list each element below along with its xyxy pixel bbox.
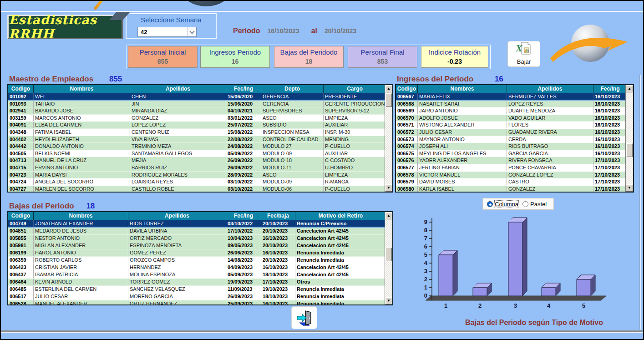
summary-card-value: -0.23: [421, 58, 488, 65]
table-row[interactable]: 004749JONATHAN ALEXANDERRIOS TORREZ03/10…: [8, 220, 392, 228]
cutoff-sphere-decoration: [182, 0, 230, 6]
exit-door-icon: [296, 309, 313, 326]
cell-apellidos: CHEN: [130, 93, 226, 100]
table-row[interactable]: 006528MANUEL ALEXANDERORTIZ HERNANDEZ25/…: [8, 300, 392, 305]
cell-apellidos: GARCIA GARCIA: [507, 150, 593, 157]
cell-fec_ing: 24/08/2022: [226, 143, 261, 150]
cell-fec_baja: 20/10/2023: [261, 242, 295, 249]
bar: [439, 255, 453, 296]
table-row[interactable]: 006576YADER ALEXANDERRIVERA FONSECA17/10…: [396, 157, 633, 164]
table-row[interactable]: 005855NESTOR ANTONIOORTIZ MERCADO10/04/2…: [8, 235, 392, 242]
ingresos-count: 16: [495, 75, 503, 83]
cell-apellidos: LOPEZ LOPEZ: [130, 122, 226, 128]
table-row[interactable]: 001092WEICHEN15/06/2020GERENCIAPRESIDENT…: [8, 93, 392, 101]
table-row[interactable]: 006574JOSEPH ALIRIOS BUITRAGO16/10/2023: [396, 143, 633, 150]
cell-nombres: WISTONG ALEXANDER: [418, 122, 507, 128]
radio-option-columna[interactable]: Columna: [487, 201, 518, 208]
cutoff-swoosh-decoration: [93, 0, 104, 10]
week-selector-label: Seleccione Semana: [127, 16, 216, 24]
table-row[interactable]: 004851MEDARDO DE JESUSDAVILA URBINA17/10…: [8, 228, 392, 235]
cell-fec_baja: 19/10/2023: [261, 286, 295, 293]
table-row[interactable]: 006580KARLA ISABELGONZALEZ17/10/2023: [396, 186, 633, 193]
table-row[interactable]: 004402HEYDI ELIZABETHVIVA RIVAS22/08/202…: [8, 136, 392, 143]
cell-nombres: ANGELA DEL SOCORRO: [34, 178, 130, 185]
cell-fec_ing: 26/06/2023: [226, 249, 261, 256]
radio-option-pastel[interactable]: Pastel: [522, 201, 547, 208]
table-row[interactable]: 004723MARIA DAYSIRODRIGUEZ MORALES28/09/…: [8, 172, 392, 179]
table-row[interactable]: 006579DAVID MOISESCASTRO17/10/2023: [396, 178, 633, 186]
table-row[interactable]: 006464KEVIN ARNOLDTORREZ GOMEZ19/09/2023…: [8, 279, 392, 286]
table-row[interactable]: 006578VICTOR MANUELGONZALEZ LOPEZ17/10/2…: [396, 172, 633, 179]
table-row[interactable]: 006572JULIO CESARGUADAMUZ RIVERA16/10/20…: [396, 129, 633, 136]
cell-fec_baja: 20/10/2023: [261, 220, 295, 227]
cell-apellidos: TORREZ GOMEZ: [128, 279, 226, 285]
table-row[interactable]: 006570ADOLFO JOSUEVADO AGUILAR16/10/2023: [396, 115, 633, 122]
scrollbar-thumb[interactable]: [385, 93, 392, 107]
cell-codigo: 006576: [396, 157, 418, 164]
scroll-down-button[interactable]: ▼: [385, 297, 392, 304]
cell-apellidos: GONZALEZ: [130, 115, 226, 122]
table-row[interactable]: 003159MARCOS ANTONIOGONZALEZ03/01/2022AS…: [8, 115, 392, 122]
cell-nombres: ERVING ANTONIO: [34, 164, 130, 171]
table-row[interactable]: 004713MANUEL DE LA CRUZMEJIA26/09/2022MO…: [8, 157, 392, 164]
column-header: Apellidos: [507, 85, 593, 93]
cell-codigo: 006573: [396, 136, 418, 143]
cell-apellidos: RIOS BUITRAGO: [507, 143, 593, 150]
table-row[interactable]: 006423CRISTIAN JAVIERHERNANDEZ04/09/2023…: [8, 264, 392, 271]
chart-title: Bajas del Periodo según Tipo de Motivo: [426, 319, 643, 327]
table-row[interactable]: 006517JULIO CESARMORENO GARCIA26/09/2023…: [8, 293, 392, 300]
vertical-scrollbar[interactable]: ▲▼: [625, 85, 633, 192]
cell-motivo: Cancelacion Art 42/45: [295, 235, 386, 242]
table-row[interactable]: 005981MIGLAN ALEXANDERESPINOZA MENDIETA0…: [8, 242, 392, 249]
cell-fec_ing: 16/10/2023: [593, 136, 627, 143]
scroll-up-button[interactable]: ▲: [385, 85, 392, 92]
table-row[interactable]: 006567MARIA FELIXBERMUDEZ VALLES16/10/20…: [396, 93, 633, 101]
scroll-up-button[interactable]: ▲: [385, 212, 392, 219]
table-row[interactable]: 006199HAROL ANTONIOGOMEZ PEREZ26/06/2023…: [8, 249, 392, 257]
table-row[interactable]: 004091ELBA DEL CARMENLOPEZ LOPEZ25/07/20…: [8, 122, 392, 129]
table-row[interactable]: 004348FATIMA ISABELCENTENO RUIZ15/08/202…: [8, 129, 392, 136]
scroll-down-button[interactable]: ▼: [626, 184, 633, 192]
cell-codigo: 006569: [396, 107, 418, 114]
cell-nombres: MIGLAN ALEXANDER: [34, 242, 128, 249]
table-row[interactable]: 006568NASARET SARAILOPEZ REYES16/10/2023: [396, 101, 633, 108]
table-row[interactable]: 001093TAIHAIOJIN15/06/2020GERENCIAGERENT…: [8, 101, 392, 108]
table-row[interactable]: 004724ANGELA DEL SOCORROLOAISIGA REYES03…: [8, 178, 392, 186]
table-row[interactable]: 004442DONALDO ANTONIOTREMINIO MEZA24/08/…: [8, 143, 392, 150]
cell-codigo: 006570: [396, 115, 418, 122]
table-row[interactable]: 006573MAYNOR ANTONIOCERDA16/10/2023: [396, 136, 633, 143]
company-logo: [549, 24, 631, 71]
table-row[interactable]: 006569JAIRO ANTONIODUARTE MENDOZA16/10/2…: [396, 107, 633, 115]
table-row[interactable]: 006575MEYLING DE LOS ANGELESGARCIA GARCI…: [396, 150, 633, 157]
scrollbar-thumb[interactable]: [626, 143, 633, 157]
exit-button[interactable]: [291, 306, 317, 329]
scroll-down-button[interactable]: ▼: [385, 184, 392, 192]
vertical-scrollbar[interactable]: ▲▼: [385, 85, 392, 192]
table-row[interactable]: 002941BAYARDO JOSEMIRANDA DIAZ04/10/2021…: [8, 107, 392, 115]
cell-fec_ing: 03/10/2022: [226, 220, 261, 227]
column-header: Apellidos: [130, 85, 226, 93]
cell-motivo: Renuncia Inmediata: [295, 286, 386, 293]
table-row[interactable]: 006359ROBERTO CARLOSOROZCO CAMPOS14/08/2…: [8, 257, 392, 264]
cell-fec_baja: 16/10/2023: [261, 249, 295, 256]
cell-cargo: R-MANGA: [324, 178, 386, 185]
export-excel-button[interactable]: X Bajar: [507, 41, 540, 67]
scrollbar-thumb[interactable]: [385, 248, 392, 261]
scroll-up-button[interactable]: ▲: [626, 85, 633, 92]
table-row[interactable]: 004727MARLEN DEL SOCORROCASTILLO ROBLE03…: [8, 186, 392, 193]
period-row: Periodo 16/10/2023 al 20/10/2023: [233, 27, 356, 35]
summary-card-label: Personal Final: [348, 48, 417, 56]
chevron-down-icon[interactable]: [188, 27, 196, 36]
table-row[interactable]: 006485ESTERLINA DEL CARMENSANCHEZ VELASQ…: [8, 286, 392, 293]
cell-codigo: 006485: [8, 286, 34, 293]
table-row[interactable]: 004505BELKIS NOEMISANTAMARIA GALLEGOS05/…: [8, 150, 392, 157]
table-row[interactable]: 006577JERLING FABIANPONCE CHAVARRIA17/10…: [396, 164, 633, 172]
table-row[interactable]: 006571WISTONG ALEXANDERFLORES16/10/2023: [396, 122, 633, 129]
table-row[interactable]: 004715ERVING ANTONIOBARRIOS RUIZ26/09/20…: [8, 164, 392, 172]
y-tick-label: 1: [424, 284, 427, 291]
table-row[interactable]: 006437ISAMAR PATRICIAMOLINA ESPINOZA05/0…: [8, 271, 392, 279]
week-combobox[interactable]: 42: [137, 27, 197, 37]
vertical-scrollbar[interactable]: ▲▼: [385, 212, 392, 304]
maestro-section-title: Maestro de Empleados 855: [9, 75, 122, 84]
cell-depto: GERENCIA: [261, 101, 324, 107]
